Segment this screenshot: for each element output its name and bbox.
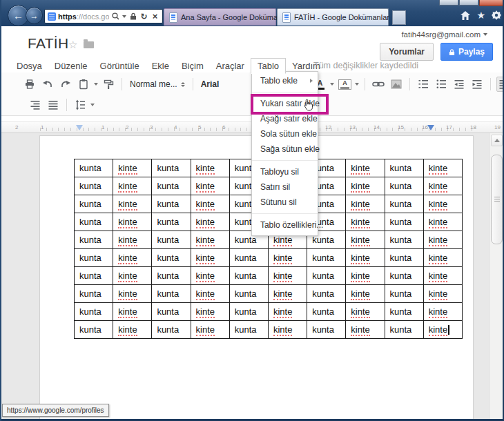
tab-fatih[interactable]: FATİH - Google Dokümanlar × [277, 8, 389, 26]
table-cell[interactable]: kinte [191, 267, 229, 285]
table-cell[interactable]: kunta [385, 321, 423, 339]
table-cell[interactable]: kinte [113, 177, 152, 195]
table-cell[interactable]: kinte [346, 177, 385, 195]
table-cell[interactable]: kinte [423, 285, 462, 303]
table-cell[interactable]: kunta [75, 231, 113, 249]
align-right-icon[interactable] [28, 97, 43, 112]
menu-item-4[interactable]: Sola sütun ekle [252, 126, 318, 141]
menu-item-9[interactable]: Sütunu sil [252, 195, 318, 210]
table-cell[interactable]: kunta [385, 213, 423, 231]
table-cell[interactable]: kinte [191, 303, 229, 321]
table-cell[interactable]: kunta [307, 267, 346, 285]
table-cell[interactable]: kunta [75, 249, 113, 267]
table-cell[interactable]: kunta [75, 267, 113, 285]
right-indent-marker[interactable] [427, 125, 434, 130]
paste-icon[interactable] [76, 77, 91, 92]
table-cell[interactable]: kinte [346, 195, 385, 213]
table-cell[interactable]: kinte [423, 213, 462, 231]
scrollbar-thumb[interactable] [491, 155, 503, 244]
tab-ana-sayfa[interactable]: Ana Sayfa - Google Dokümanlar [164, 8, 276, 26]
table-cell[interactable]: kinte [423, 303, 462, 321]
table-cell[interactable]: kinte [113, 231, 152, 249]
redo-icon[interactable] [58, 77, 73, 92]
table-cell[interactable]: kunta [229, 285, 268, 303]
menubar-item-4[interactable]: Biçim [175, 59, 210, 73]
table-cell[interactable]: kinte [113, 267, 152, 285]
text-color-caret[interactable] [330, 83, 334, 86]
increase-indent-icon[interactable] [469, 77, 485, 92]
table-cell[interactable]: kinte [423, 321, 462, 339]
align-left-icon[interactable] [496, 77, 504, 92]
forward-button[interactable]: → [26, 7, 43, 24]
table-cell[interactable]: kinte [423, 249, 462, 267]
share-button[interactable]: Paylaş [440, 43, 493, 61]
print-icon[interactable] [22, 77, 37, 92]
table-cell[interactable]: kunta [307, 249, 346, 267]
table-cell[interactable]: kunta [385, 159, 423, 177]
new-tab-button[interactable] [392, 10, 406, 25]
table-cell[interactable]: kinte [268, 267, 307, 285]
table-cell[interactable]: kinte [191, 285, 229, 303]
table-cell[interactable]: kinte [113, 159, 152, 177]
table-cell[interactable]: kinte [268, 249, 307, 267]
table-cell[interactable]: kinte [346, 267, 385, 285]
menubar-item-0[interactable]: Dosya [10, 59, 48, 73]
table-cell[interactable]: kinte [113, 249, 152, 267]
table-cell[interactable]: kinte [268, 303, 307, 321]
table-cell[interactable]: kinte [346, 249, 385, 267]
table-cell[interactable]: kunta [229, 321, 268, 339]
table-cell[interactable]: kunta [152, 267, 191, 285]
menubar-item-1[interactable]: Düzenle [48, 59, 94, 73]
table-cell[interactable]: kinte [346, 285, 385, 303]
table-cell[interactable]: kunta [385, 285, 423, 303]
table-cell[interactable]: kunta [307, 303, 346, 321]
table-cell[interactable]: kunta [385, 249, 423, 267]
table-cell[interactable]: kunta [152, 285, 191, 303]
table-cell[interactable]: kinte [191, 231, 229, 249]
table-cell[interactable]: kunta [385, 267, 423, 285]
font-select[interactable]: Arial [197, 79, 223, 89]
comments-button[interactable]: Yorumlar [380, 43, 434, 61]
table-cell[interactable]: kinte [346, 303, 385, 321]
table-cell[interactable]: kinte [191, 195, 229, 213]
table-cell[interactable]: kunta [75, 159, 113, 177]
menu-item-5[interactable]: Sağa sütun ekle [252, 141, 318, 157]
highlight-color-icon[interactable]: A [337, 77, 352, 92]
paragraph-style-select[interactable]: Normal me... [126, 79, 188, 89]
table-cell[interactable]: kinte [113, 285, 152, 303]
line-spacing-caret[interactable] [90, 104, 95, 106]
window-close-button[interactable] [479, 0, 504, 6]
menu-item-7[interactable]: Tabloyu sil [252, 164, 318, 179]
table-cell[interactable]: kinte [113, 213, 152, 231]
settings-gear-icon[interactable] [492, 10, 501, 20]
scroll-up-button[interactable] [491, 135, 503, 146]
address-bar[interactable]: https://docs.goo... ↻ × [44, 9, 163, 23]
table-cell[interactable]: kinte [191, 159, 229, 177]
table-cell[interactable]: kunta [75, 195, 113, 213]
left-indent-marker[interactable] [76, 125, 83, 130]
table-cell[interactable]: kunta [152, 321, 191, 339]
search-icon[interactable] [111, 12, 120, 21]
table-cell[interactable]: kunta [152, 231, 191, 249]
table-cell[interactable]: kinte [423, 267, 462, 285]
table-cell[interactable]: kunta [385, 303, 423, 321]
line-spacing-icon[interactable] [72, 97, 88, 112]
decrease-indent-icon[interactable] [452, 77, 467, 92]
table-cell[interactable]: kunta [229, 267, 268, 285]
table-cell[interactable]: kunta [385, 177, 423, 195]
table-cell[interactable]: kunta [385, 195, 423, 213]
menu-item-8[interactable]: Satırı sil [252, 179, 318, 195]
table-cell[interactable]: kinte [346, 231, 385, 249]
star-document-icon[interactable]: ☆ [68, 39, 77, 51]
address-dropdown-caret[interactable] [122, 15, 126, 18]
menubar-item-5[interactable]: Araçlar [210, 59, 251, 73]
table-cell[interactable]: kunta [152, 303, 191, 321]
table-cell[interactable]: kunta [75, 303, 113, 321]
menu-item-11[interactable]: Tablo özellikleri... [252, 217, 318, 233]
table-cell[interactable]: kunta [75, 285, 113, 303]
table-cell[interactable]: kinte [346, 213, 385, 231]
insert-link-icon[interactable] [371, 77, 386, 92]
stop-icon[interactable]: × [151, 12, 159, 21]
table-cell[interactable]: kinte [268, 321, 307, 339]
table-cell[interactable]: kinte [191, 249, 229, 267]
